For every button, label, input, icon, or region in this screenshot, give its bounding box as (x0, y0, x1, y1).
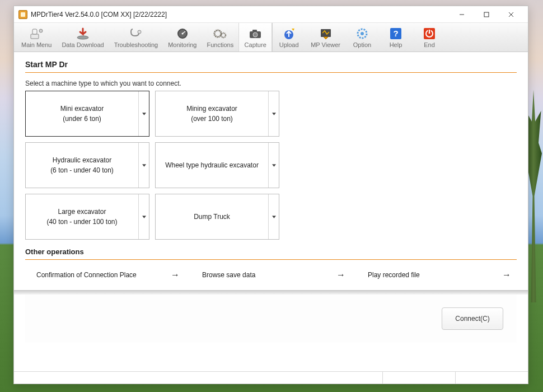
toolbar-option[interactable]: Option (345, 23, 379, 52)
svg-point-12 (181, 32, 183, 34)
svg-point-13 (214, 30, 221, 37)
dropdown-icon[interactable] (269, 91, 279, 136)
svg-point-17 (253, 32, 258, 37)
connect-button[interactable]: Connect(C) (442, 307, 503, 330)
toolbar-mp-viewer[interactable]: MP Viewer (306, 23, 345, 52)
op-confirm-connection[interactable]: Confirmation of Connection Place → (25, 265, 185, 284)
help-icon: ? (388, 27, 403, 40)
toolbar-monitoring[interactable]: Monitoring (163, 23, 202, 52)
toolbar-upload[interactable]: Upload (272, 23, 306, 52)
camera-icon (248, 27, 263, 40)
power-icon (422, 27, 437, 40)
toolbar-data-download[interactable]: Data Download (57, 23, 109, 52)
main-menu-icon (29, 27, 44, 40)
app-window: MPDrTier4 Ver2.54.0.0 [COM XX] [2/22/222… (13, 6, 528, 384)
page-title: Start MP Dr (25, 60, 517, 73)
arrow-right-icon: → (336, 270, 345, 280)
other-operations-row: Confirmation of Connection Place → Brows… (25, 265, 517, 284)
upload-icon (282, 27, 296, 40)
dropdown-icon[interactable] (139, 143, 149, 188)
dropdown-icon[interactable] (269, 194, 279, 239)
other-operations-heading: Other operations (25, 248, 517, 260)
instruction-text: Select a machine type to which you want … (25, 80, 517, 87)
svg-rect-1 (484, 12, 489, 17)
viewer-icon (319, 27, 333, 40)
statusbar (14, 371, 528, 384)
dropdown-icon[interactable] (139, 91, 149, 136)
svg-point-8 (138, 30, 141, 34)
toolbar-end[interactable]: End (413, 23, 446, 52)
window-title: MPDrTier4 Ver2.54.0.0 [COM XX] [2/22/222… (31, 11, 167, 18)
machine-mini-excavator[interactable]: Mini excavator (under 6 ton) (25, 91, 149, 137)
machine-mining-excavator[interactable]: Mining excavator (over 100 ton) (155, 91, 279, 137)
gears-icon (213, 27, 227, 40)
machine-dump-truck[interactable]: Dump Truck (155, 194, 279, 240)
svg-rect-5 (32, 29, 37, 34)
dropdown-icon[interactable] (139, 194, 149, 239)
svg-point-6 (39, 29, 43, 32)
op-browse-save-data[interactable]: Browse save data → (191, 265, 351, 284)
arrow-right-icon: → (502, 270, 511, 280)
minimize-button[interactable] (450, 7, 474, 22)
download-icon (76, 27, 90, 40)
toolbar-capture[interactable]: Capture (238, 23, 272, 52)
machine-hydraulic-excavator[interactable]: Hydraulic excavator (6 ton - under 40 to… (25, 142, 149, 188)
divider (14, 290, 528, 295)
arrow-right-icon: → (171, 270, 180, 280)
toolbar: Main Menu Data Download Troubleshooting … (14, 23, 528, 52)
close-button[interactable] (499, 7, 523, 22)
gauge-icon (175, 27, 190, 40)
op-play-recorded-file[interactable]: Play recorded file → (357, 265, 517, 284)
svg-point-21 (361, 32, 364, 35)
stethoscope-icon (129, 27, 143, 40)
svg-text:?: ? (393, 29, 398, 38)
dropdown-icon[interactable] (269, 143, 279, 188)
toolbar-functions[interactable]: Functions (202, 23, 238, 52)
machine-large-excavator[interactable]: Large excavator (40 ton - under 100 ton) (25, 194, 149, 240)
titlebar: MPDrTier4 Ver2.54.0.0 [COM XX] [2/22/222… (14, 6, 528, 23)
app-icon (18, 10, 27, 19)
maximize-button[interactable] (474, 7, 499, 22)
option-gear-icon (355, 27, 369, 40)
machine-grid: Mini excavator (under 6 ton) Mining exca… (25, 91, 517, 240)
machine-wheel-type-hydraulic[interactable]: Wheel type hydraulic excavator (155, 142, 279, 188)
statusbar-cell-2 (455, 372, 528, 384)
content-area: Start MP Dr Select a machine type to whi… (14, 52, 528, 371)
svg-point-7 (77, 36, 88, 39)
statusbar-cell-1 (382, 372, 455, 384)
toolbar-main-menu[interactable]: Main Menu (16, 23, 57, 52)
svg-point-14 (221, 33, 226, 38)
svg-rect-16 (252, 30, 257, 32)
footer-bar: Connect(C) (25, 295, 517, 343)
svg-rect-4 (31, 34, 39, 39)
toolbar-troubleshooting[interactable]: Troubleshooting (109, 23, 163, 52)
toolbar-help[interactable]: ? Help (379, 23, 413, 52)
